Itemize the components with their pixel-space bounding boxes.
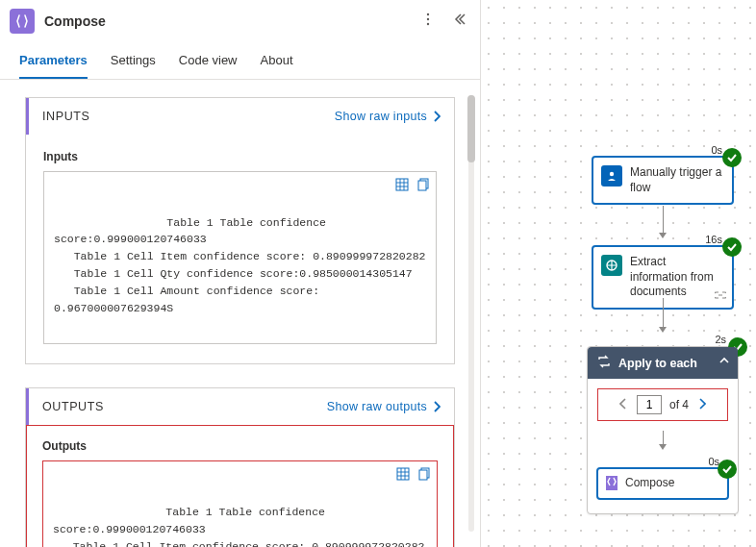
outputs-title: OUTPUTS [42, 400, 104, 413]
chevron-up-icon[interactable] [718, 355, 730, 369]
pager-of-label: of 4 [669, 398, 689, 411]
time-badge: 2s [713, 334, 728, 345]
grid-icon[interactable] [395, 178, 409, 197]
tab-code-view[interactable]: Code view [179, 45, 238, 79]
loop-pager: of 4 [597, 388, 728, 421]
loop-icon [597, 355, 611, 371]
node-extract-label: Extract information from documents [630, 255, 724, 300]
inputs-code-box: Table 1 Table confidence score:0.9990001… [43, 171, 437, 344]
time-badge: 16s [703, 234, 724, 245]
outputs-code-box: Table 1 Table confidence score:0.9990001… [42, 460, 438, 547]
svg-rect-6 [397, 468, 409, 480]
link-icon [715, 289, 726, 304]
show-raw-outputs-label: Show raw outputs [327, 400, 427, 413]
compose-app-icon [10, 9, 35, 34]
outputs-text: Table 1 Table confidence score:0.9990001… [53, 506, 424, 547]
pager-input[interactable] [637, 395, 662, 414]
scrollbar-thumb[interactable] [467, 95, 475, 162]
loop-label: Apply to each [618, 357, 697, 370]
document-ai-icon [601, 255, 622, 276]
node-trigger-label: Manually trigger a flow [630, 165, 724, 195]
grid-icon[interactable] [396, 467, 410, 486]
outputs-sub-label: Outputs [42, 439, 438, 453]
node-apply-to-each[interactable]: 2s Apply to each of 4 0s [587, 346, 739, 514]
node-compose-label: Compose [625, 476, 674, 491]
success-check-icon [722, 237, 742, 257]
svg-rect-5 [418, 181, 426, 190]
svg-point-1 [427, 18, 429, 20]
pager-prev-icon[interactable] [617, 396, 629, 414]
chevron-right-icon [433, 401, 441, 412]
person-icon [601, 165, 622, 186]
inputs-card: INPUTS Show raw inputs Inputs [25, 97, 455, 364]
success-check-icon [722, 148, 742, 167]
svg-point-0 [427, 13, 429, 15]
show-raw-inputs-link[interactable]: Show raw inputs [335, 110, 441, 123]
panel-title: Compose [44, 13, 407, 29]
show-raw-outputs-link[interactable]: Show raw outputs [327, 400, 441, 413]
success-check-icon [718, 460, 737, 479]
tab-parameters[interactable]: Parameters [19, 45, 88, 79]
show-raw-inputs-label: Show raw inputs [335, 110, 427, 123]
svg-point-9 [610, 172, 614, 176]
chevron-right-icon [433, 111, 441, 122]
svg-rect-8 [419, 470, 427, 480]
more-icon[interactable] [416, 8, 440, 34]
inputs-sub-label: Inputs [43, 150, 437, 163]
copy-icon[interactable] [417, 467, 431, 486]
svg-point-2 [427, 23, 429, 25]
pager-next-icon[interactable] [696, 396, 708, 414]
tab-about[interactable]: About [261, 45, 293, 79]
inputs-text: Table 1 Table confidence score:0.9990001… [54, 216, 425, 314]
compose-icon [606, 476, 617, 490]
node-compose[interactable]: 0s Compose [596, 467, 729, 500]
outputs-card: OUTPUTS Show raw outputs Outputs [25, 387, 455, 547]
tab-settings[interactable]: Settings [111, 45, 156, 79]
tab-bar: Parameters Settings Code view About [0, 39, 480, 80]
svg-rect-3 [396, 179, 408, 190]
collapse-left-icon[interactable] [449, 9, 470, 33]
node-trigger[interactable]: 0s Manually trigger a flow [592, 156, 734, 205]
copy-icon[interactable] [416, 178, 430, 197]
inputs-title: INPUTS [42, 110, 89, 123]
